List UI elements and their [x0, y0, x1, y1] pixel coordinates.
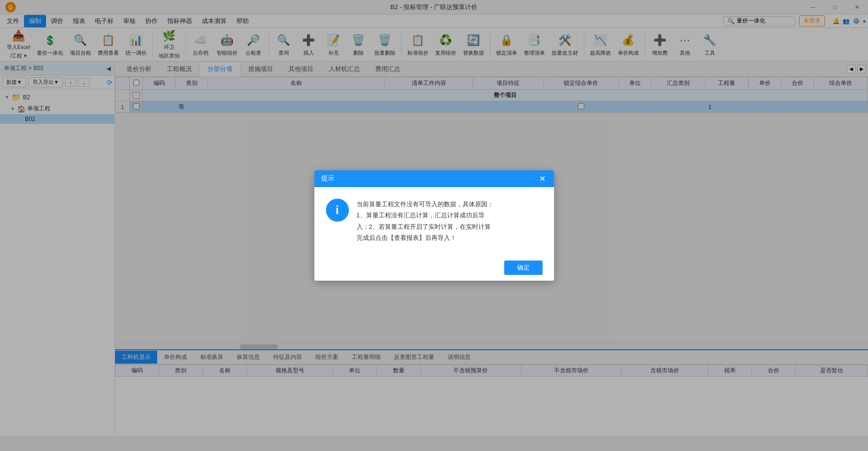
modal-info-icon: i	[326, 199, 349, 222]
modal-footer: 确定	[314, 255, 554, 281]
modal-ok-button[interactable]: 确定	[504, 261, 543, 275]
modal-message: 当前算量工程文件没有可导入的数据，具体原因： 1、算量工程没有汇总计算，汇总计算…	[357, 199, 543, 244]
modal-body: i 当前算量工程文件没有可导入的数据，具体原因： 1、算量工程没有汇总计算，汇总…	[314, 187, 554, 255]
modal-title: 提示	[321, 174, 335, 183]
modal-header: 提示 ✕	[314, 170, 554, 187]
modal-overlay: 提示 ✕ i 当前算量工程文件没有可导入的数据，具体原因： 1、算量工程没有汇总…	[0, 0, 868, 451]
modal-dialog: 提示 ✕ i 当前算量工程文件没有可导入的数据，具体原因： 1、算量工程没有汇总…	[314, 170, 554, 281]
modal-close-btn[interactable]: ✕	[537, 174, 547, 183]
